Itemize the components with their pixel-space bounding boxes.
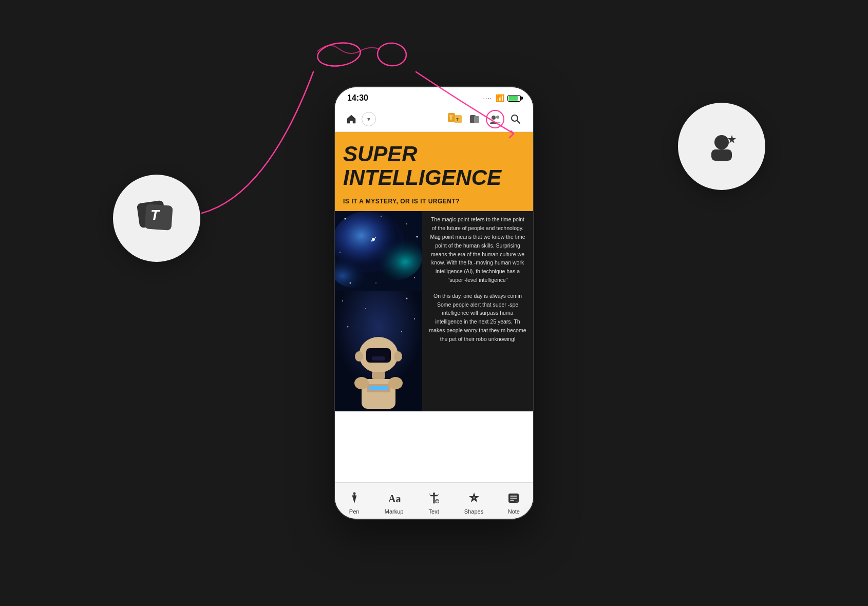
- chevron-down-icon: ▾: [367, 116, 370, 123]
- svg-rect-37: [372, 356, 385, 361]
- nebula-image: [335, 211, 422, 291]
- svg-point-38: [355, 351, 363, 362]
- markup-icon: Aa: [386, 490, 402, 506]
- status-time: 14:30: [347, 93, 368, 103]
- battery-icon: [507, 95, 521, 102]
- svg-point-34: [401, 331, 402, 332]
- svg-point-32: [414, 318, 415, 319]
- svg-rect-9: [474, 116, 479, 123]
- article-para-2: On this day, one day is always comin Som…: [428, 292, 527, 344]
- svg-text:T: T: [456, 117, 459, 122]
- svg-point-31: [365, 308, 366, 309]
- note-label: Note: [508, 508, 520, 515]
- article-content: SUPER INTELLIGENCE IS IT A MYSTERY, OR I…: [335, 132, 533, 482]
- pen-label: Pen: [349, 508, 360, 515]
- svg-point-23: [375, 282, 376, 283]
- nav-bar-container: ▾ T T: [335, 107, 533, 132]
- status-bar: 14:30 ···· 📶: [335, 87, 533, 107]
- nav-bar: ▾ T T: [335, 107, 533, 132]
- article-text-column: The magic point refers to the time point…: [422, 211, 533, 411]
- search-button[interactable]: [506, 110, 525, 128]
- text-label: Text: [429, 508, 439, 515]
- shapes-icon: [466, 490, 482, 506]
- article-images-column: [335, 211, 422, 411]
- svg-point-33: [347, 326, 349, 328]
- status-icons: ···· 📶: [483, 94, 521, 102]
- svg-point-51: [473, 497, 475, 499]
- svg-point-30: [406, 298, 408, 299]
- svg-text:Aa: Aa: [388, 493, 401, 504]
- svg-point-17: [345, 218, 346, 220]
- svg-point-45: [354, 377, 369, 389]
- pen-icon: [346, 490, 363, 506]
- text-icon: [426, 490, 442, 506]
- toolbar-note[interactable]: Note: [499, 488, 528, 517]
- home-button[interactable]: [343, 111, 360, 127]
- svg-point-21: [339, 252, 341, 253]
- left-annotation-circle: T: [113, 175, 200, 262]
- dropdown-button[interactable]: ▾: [362, 112, 376, 126]
- story-view-button[interactable]: [465, 110, 484, 128]
- svg-point-11: [496, 116, 499, 119]
- svg-point-10: [492, 116, 496, 120]
- article-title: SUPER INTELLIGENCE: [343, 142, 525, 190]
- svg-point-27: [375, 237, 376, 238]
- article-body: The magic point refers to the time point…: [335, 211, 533, 411]
- svg-point-1: [376, 42, 407, 67]
- note-icon: [505, 490, 522, 506]
- svg-point-24: [350, 282, 351, 284]
- svg-point-49: [433, 493, 435, 495]
- svg-point-22: [414, 277, 415, 278]
- markup-label: Markup: [385, 508, 404, 515]
- svg-point-46: [388, 377, 403, 389]
- svg-point-20: [417, 236, 418, 238]
- svg-point-0: [316, 40, 362, 68]
- svg-text:T: T: [449, 115, 452, 121]
- wifi-icon: 📶: [496, 94, 504, 102]
- svg-point-47: [353, 493, 355, 495]
- article-header: SUPER INTELLIGENCE: [335, 132, 533, 198]
- toolbar-text[interactable]: Text: [420, 488, 448, 517]
- svg-point-12: [512, 115, 518, 121]
- svg-rect-40: [372, 372, 385, 379]
- svg-point-3: [714, 135, 729, 149]
- robot-image: [335, 291, 422, 411]
- shapes-label: Shapes: [464, 508, 483, 515]
- translate-button[interactable]: T T: [446, 110, 464, 128]
- svg-point-29: [342, 300, 343, 301]
- svg-point-39: [394, 351, 402, 362]
- article-para-1: The magic point refers to the time point…: [428, 215, 527, 284]
- toolbar-markup[interactable]: Aa Markup: [379, 488, 410, 517]
- content-wrapper: SUPER INTELLIGENCE IS IT A MYSTERY, OR I…: [335, 132, 533, 519]
- bottom-toolbar: Pen Aa Markup: [335, 482, 533, 519]
- svg-point-26: [371, 240, 373, 242]
- right-annotation-circle: [678, 103, 765, 190]
- svg-rect-2: [711, 149, 732, 161]
- scene: T 14:30 ···· 📶: [0, 0, 868, 606]
- svg-point-19: [381, 216, 382, 217]
- phone-frame: 14:30 ···· 📶: [334, 86, 534, 520]
- toolbar-shapes[interactable]: Shapes: [458, 488, 489, 517]
- signal-dots-icon: ····: [483, 96, 493, 101]
- svg-rect-44: [369, 386, 388, 390]
- toolbar-pen[interactable]: Pen: [340, 488, 369, 517]
- svg-point-18: [406, 223, 407, 224]
- article-subtitle: IS IT A MYSTERY, OR IS IT URGENT?: [343, 198, 525, 205]
- article-subtitle-bar: IS IT A MYSTERY, OR IS IT URGENT?: [335, 198, 533, 211]
- people-button[interactable]: [486, 110, 504, 128]
